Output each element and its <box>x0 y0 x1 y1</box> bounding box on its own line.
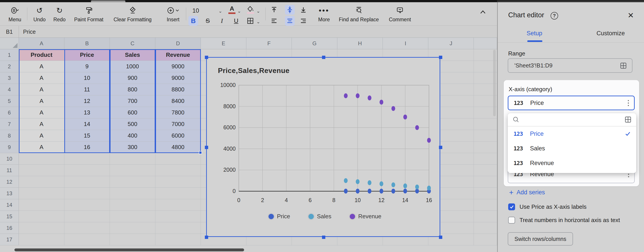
cell-C4[interactable]: 800 <box>110 84 155 96</box>
cell-A12[interactable] <box>19 176 64 188</box>
chart-selection-handle[interactable] <box>439 236 442 239</box>
cell-B13[interactable] <box>64 188 110 199</box>
cell-B1[interactable]: Price <box>64 49 110 61</box>
horizontal-scrollbar-thumb[interactable] <box>14 248 244 251</box>
row-header-13[interactable]: 13 <box>0 188 19 199</box>
cell-A8[interactable]: A <box>19 130 64 142</box>
align-middle-button[interactable] <box>285 5 295 15</box>
paint-format-button[interactable]: Paint Format <box>72 5 106 23</box>
legend-item-revenue[interactable]: Revenue <box>350 213 381 220</box>
insert-button[interactable]: Insert <box>162 5 184 23</box>
clear-formatting-button[interactable]: Clear Formatting <box>111 5 154 23</box>
column-header-F[interactable]: F <box>246 38 292 49</box>
cell-D5[interactable]: 8400 <box>155 96 201 107</box>
cell-D15[interactable] <box>155 211 201 222</box>
legend-item-price[interactable]: Price <box>268 213 290 220</box>
cell-D9[interactable]: 4800 <box>155 142 201 153</box>
cell-A15[interactable] <box>19 211 64 222</box>
dropdown-search-input[interactable] <box>522 116 625 123</box>
cell-B7[interactable]: 14 <box>64 118 110 130</box>
cell-A7[interactable]: A <box>19 118 64 130</box>
select-range-icon[interactable] <box>625 116 631 123</box>
select-range-icon[interactable] <box>620 62 627 69</box>
column-header-E[interactable]: E <box>201 38 246 49</box>
row-header-3[interactable]: 3 <box>0 72 19 84</box>
cell-B12[interactable] <box>64 176 110 188</box>
cell-partial-16[interactable] <box>474 222 497 234</box>
xaxis-selector[interactable]: 123 Price <box>508 96 635 110</box>
cell-C6[interactable]: 600 <box>110 107 155 118</box>
close-icon[interactable]: ✕ <box>628 12 634 19</box>
cell-C11[interactable] <box>110 164 155 176</box>
cell-D14[interactable] <box>155 199 201 211</box>
cell-partial-14[interactable] <box>474 199 497 211</box>
cell-C12[interactable] <box>110 176 155 188</box>
row-header-5[interactable]: 5 <box>0 96 19 107</box>
cell-C5[interactable]: 700 <box>110 96 155 107</box>
cell-B15[interactable] <box>64 211 110 222</box>
row-header-15[interactable]: 15 <box>0 211 19 222</box>
row-header-11[interactable]: 11 <box>0 164 19 176</box>
borders-dropdown[interactable]: ⌄ <box>255 17 262 26</box>
fill-handle[interactable] <box>199 151 202 154</box>
chart-selection-handle[interactable] <box>439 146 442 149</box>
row-header-9[interactable]: 9 <box>0 142 19 153</box>
more-button[interactable]: ••• More <box>314 5 334 23</box>
cell-D3[interactable]: 9000 <box>155 72 201 84</box>
align-top-button[interactable] <box>269 5 279 15</box>
formula-input[interactable]: Price <box>23 26 36 38</box>
cell-A9[interactable]: A <box>19 142 64 153</box>
row-header-17[interactable]: 17 <box>0 234 19 245</box>
column-header-B[interactable]: B <box>64 38 110 49</box>
cell-A5[interactable]: A <box>19 96 64 107</box>
column-header-partial[interactable] <box>474 38 497 49</box>
bold-button[interactable]: B <box>188 16 198 26</box>
cell-A4[interactable]: A <box>19 84 64 96</box>
cell-reference-box[interactable]: B1 <box>0 26 19 38</box>
row-header-1[interactable]: 1 <box>0 49 19 61</box>
cell-A10[interactable] <box>19 153 64 164</box>
cell-D4[interactable]: 8800 <box>155 84 201 96</box>
select-all-corner[interactable] <box>0 38 19 49</box>
column-header-G[interactable]: G <box>292 38 337 49</box>
cell-C2[interactable]: 1000 <box>110 61 155 72</box>
chart-selection-handle[interactable] <box>205 146 208 149</box>
cell-D10[interactable] <box>155 153 201 164</box>
column-header-C[interactable]: C <box>110 38 155 49</box>
row-header-8[interactable]: 8 <box>0 130 19 142</box>
cell-partial-8[interactable] <box>474 130 497 142</box>
vertical-scrollbar-thumb[interactable] <box>493 50 496 116</box>
cell-D11[interactable] <box>155 164 201 176</box>
help-icon[interactable]: ? <box>550 12 558 20</box>
cell-partial-10[interactable] <box>474 153 497 164</box>
cell-A13[interactable] <box>19 188 64 199</box>
cell-partial-15[interactable] <box>474 211 497 222</box>
chart-selection-handle[interactable] <box>205 236 208 239</box>
cell-A11[interactable] <box>19 164 64 176</box>
cell-D13[interactable] <box>155 188 201 199</box>
column-header-D[interactable]: D <box>155 38 201 49</box>
row-header-4[interactable]: 4 <box>0 84 19 96</box>
cell-D17[interactable] <box>155 234 201 245</box>
cell-B16[interactable] <box>64 222 110 234</box>
cell-B2[interactable]: 9 <box>64 61 110 72</box>
cell-A6[interactable]: A <box>19 107 64 118</box>
cell-C14[interactable] <box>110 199 155 211</box>
cell-D1[interactable]: Revenue <box>155 49 201 61</box>
cell-B4[interactable]: 11 <box>64 84 110 96</box>
row-header-10[interactable]: 10 <box>0 153 19 164</box>
cell-C10[interactable] <box>110 153 155 164</box>
cell-A16[interactable] <box>19 222 64 234</box>
add-series-button[interactable]: + Add series <box>509 188 545 196</box>
cell-D7[interactable]: 7000 <box>155 118 201 130</box>
row-header-2[interactable]: 2 <box>0 61 19 72</box>
menu-button[interactable]: Menu <box>5 5 25 23</box>
row-header-7[interactable]: 7 <box>0 118 19 130</box>
fill-color-dropdown[interactable]: ⌄ <box>255 6 262 16</box>
collapse-toolbar-button[interactable] <box>478 9 487 16</box>
cell-A3[interactable]: A <box>19 72 64 84</box>
italic-button[interactable]: I <box>217 16 227 26</box>
cell-C15[interactable] <box>110 211 155 222</box>
tab-customize[interactable]: Customize <box>596 30 625 37</box>
use-price-labels-checkbox[interactable] <box>508 204 515 210</box>
